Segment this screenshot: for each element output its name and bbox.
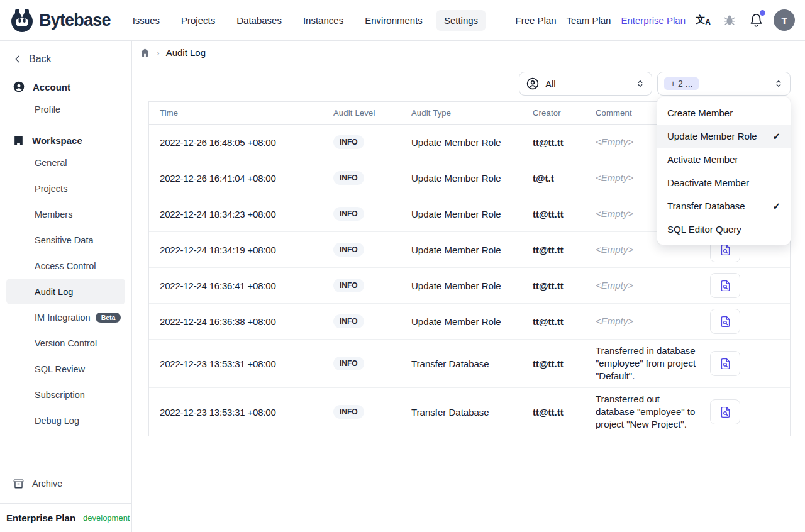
- bell-icon[interactable]: [747, 11, 765, 29]
- level-cell: INFO: [323, 304, 401, 340]
- archive-icon: [13, 478, 25, 490]
- home-icon[interactable]: [140, 47, 150, 58]
- level-cell: INFO: [323, 196, 401, 232]
- nav-link-databases[interactable]: Databases: [228, 10, 290, 31]
- type-cell: Update Member Role: [401, 196, 523, 232]
- nav-link-instances[interactable]: Instances: [295, 10, 352, 31]
- breadcrumb-current: Audit Log: [166, 47, 206, 58]
- sidebar-item-members[interactable]: Members: [6, 201, 125, 227]
- environment-label: development: [83, 513, 130, 523]
- sidebar-item-subscription[interactable]: Subscription: [6, 382, 125, 407]
- creator-cell: tt@tt.tt: [523, 268, 586, 304]
- check-icon: ✓: [772, 131, 780, 142]
- action-cell: [700, 268, 790, 304]
- sidebar-item-label: Sensitive Data: [35, 235, 94, 245]
- type-filter-select[interactable]: + 2 ...: [657, 72, 791, 96]
- sidebar-item-label: Debug Log: [35, 416, 79, 426]
- type-cell: Transfer Database: [401, 388, 523, 436]
- sidebar-item-label: IM Integration: [35, 313, 91, 323]
- view-detail-button[interactable]: [710, 273, 740, 298]
- selector-icon: [635, 79, 645, 89]
- sidebar-item-label: Audit Log: [35, 287, 73, 297]
- level-cell: INFO: [323, 340, 401, 388]
- beta-badge: Beta: [96, 313, 121, 323]
- table-row: 2022-12-23 13:53:31 +08:00INFOTransfer D…: [149, 340, 790, 388]
- dropdown-item-label: Update Member Role: [667, 131, 772, 141]
- building-icon: [13, 135, 25, 147]
- avatar[interactable]: T: [774, 9, 795, 31]
- audit-level-badge: INFO: [333, 243, 364, 257]
- nav-link-issues[interactable]: Issues: [125, 10, 168, 31]
- plan-team-plan: Team Plan: [567, 15, 611, 26]
- dropdown-item-label: SQL Editor Query: [667, 224, 780, 235]
- view-detail-button[interactable]: [710, 309, 740, 334]
- sidebar-item-profile[interactable]: Profile: [6, 96, 125, 122]
- type-cell: Update Member Role: [401, 268, 523, 304]
- dropdown-item-sql-editor-query[interactable]: SQL Editor Query: [657, 218, 791, 241]
- brand[interactable]: Bytebase: [10, 8, 111, 33]
- type-cell: Update Member Role: [401, 160, 523, 196]
- notification-dot: [760, 10, 765, 16]
- sidebar-item-debug-log[interactable]: Debug Log: [6, 407, 125, 433]
- translate-glyph: 文A: [696, 14, 711, 26]
- document-search-icon: [719, 279, 732, 292]
- top-navbar: Bytebase IssuesProjectsDatabasesInstance…: [0, 0, 805, 41]
- sidebar-item-general[interactable]: General: [6, 150, 125, 175]
- navbar-right: Free PlanTeam PlanEnterprise Plan 文A: [516, 9, 795, 31]
- check-icon: ✓: [772, 201, 780, 212]
- translate-icon[interactable]: 文A: [694, 11, 712, 29]
- time-cell: 2022-12-24 18:34:19 +08:00: [149, 232, 323, 268]
- dropdown-item-create-member[interactable]: Create Member: [657, 101, 791, 125]
- sidebar-item-label: SQL Review: [35, 364, 85, 374]
- dropdown-item-label: Deactivate Member: [667, 177, 780, 188]
- sidebar-item-sensitive-data[interactable]: Sensitive Data: [6, 227, 125, 253]
- sidebar-footer: Enterprise Plan development: [0, 503, 131, 532]
- creator-cell: tt@tt.tt: [523, 196, 586, 232]
- column-header-audit-type: Audit Type: [401, 102, 523, 125]
- sidebar-section-label: Workspace: [32, 135, 82, 146]
- time-cell: 2022-12-24 16:36:41 +08:00: [149, 268, 323, 304]
- breadcrumb: › Audit Log: [140, 47, 206, 58]
- nav-link-environments[interactable]: Environments: [357, 10, 431, 31]
- comment-cell: <Empty>: [586, 304, 700, 340]
- bug-icon[interactable]: [721, 11, 738, 29]
- dropdown-item-deactivate-member[interactable]: Deactivate Member: [657, 171, 791, 194]
- type-cell: Update Member Role: [401, 304, 523, 340]
- level-cell: INFO: [323, 125, 401, 160]
- view-detail-button[interactable]: [710, 351, 740, 376]
- action-cell: [700, 340, 790, 388]
- table-row: 2022-12-24 16:36:41 +08:00INFOUpdate Mem…: [149, 268, 790, 304]
- sidebar-sections: AccountProfileWorkspaceGeneralProjectsMe…: [0, 77, 131, 433]
- settings-sidebar: Back AccountProfileWorkspaceGeneralProje…: [0, 41, 132, 532]
- sidebar-section-label: Account: [33, 82, 70, 92]
- column-header-audit-level: Audit Level: [323, 102, 401, 125]
- sidebar-item-im-integration[interactable]: IM IntegrationBeta: [6, 304, 125, 330]
- sidebar-item-access-control[interactable]: Access Control: [6, 253, 125, 279]
- plan-enterprise-plan[interactable]: Enterprise Plan: [621, 15, 686, 26]
- sidebar-item-version-control[interactable]: Version Control: [6, 330, 125, 356]
- sidebar-item-sql-review[interactable]: SQL Review: [6, 356, 125, 382]
- creator-cell: tt@tt.tt: [523, 340, 586, 388]
- creator-filter-select[interactable]: All: [519, 72, 652, 96]
- back-label: Back: [29, 53, 52, 65]
- sidebar-item-label: Version Control: [35, 338, 97, 348]
- current-plan-label: Enterprise Plan: [6, 513, 75, 523]
- nav-link-projects[interactable]: Projects: [173, 10, 223, 31]
- type-cell: Update Member Role: [401, 125, 523, 160]
- sidebar-section-account: Account: [6, 77, 125, 96]
- plan-links: Free PlanTeam PlanEnterprise Plan: [516, 15, 686, 26]
- table-row: 2022-12-23 13:53:31 +08:00INFOTransfer D…: [149, 388, 790, 436]
- column-header-creator: Creator: [523, 102, 586, 125]
- sidebar-item-label: General: [35, 158, 67, 168]
- sidebar-item-audit-log[interactable]: Audit Log: [6, 279, 125, 304]
- sidebar-item-archive[interactable]: Archive: [6, 472, 125, 496]
- sidebar-item-label: Projects: [35, 184, 67, 194]
- dropdown-item-transfer-database[interactable]: Transfer Database✓: [657, 194, 791, 218]
- back-button[interactable]: Back: [0, 41, 131, 69]
- nav-link-settings[interactable]: Settings: [436, 10, 486, 31]
- view-detail-button[interactable]: [710, 399, 740, 424]
- dropdown-item-update-member-role[interactable]: Update Member Role✓: [657, 125, 791, 148]
- sidebar-item-projects[interactable]: Projects: [6, 175, 125, 201]
- dropdown-item-activate-member[interactable]: Activate Member: [657, 148, 791, 171]
- comment-text: Transferred in database "employee" from …: [596, 345, 696, 381]
